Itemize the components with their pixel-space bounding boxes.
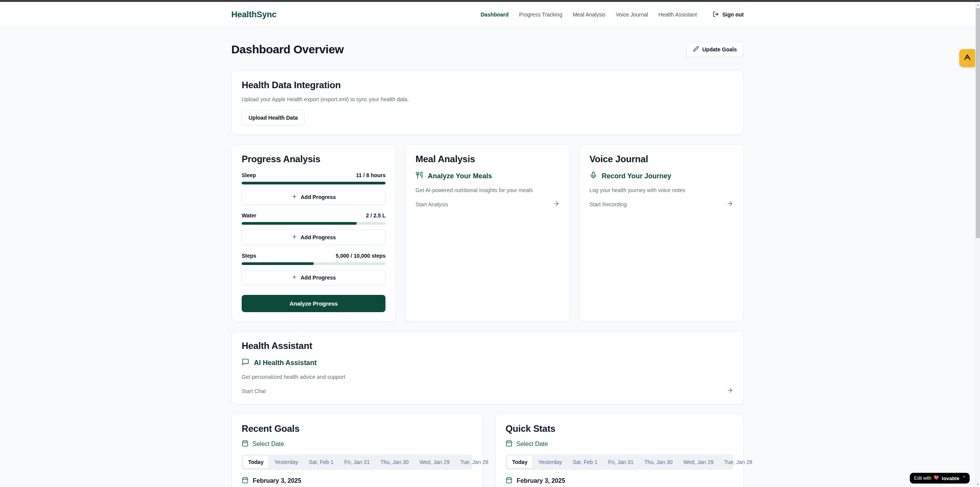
current-date-label: February 3, 2025 [253, 477, 301, 484]
date-tab-fri-jan-31[interactable]: Fri, Jan 31 [603, 456, 639, 468]
date-tab-sat-feb-1[interactable]: Sat, Feb 1 [304, 456, 339, 468]
integration-description: Upload your Apple Health export (export.… [242, 96, 733, 102]
pencil-icon [693, 46, 699, 53]
sign-out-label: Sign out [722, 12, 744, 18]
nav-item-voice-journal[interactable]: Voice Journal [616, 12, 648, 18]
sign-out-button[interactable]: Sign out [713, 11, 744, 18]
plus-icon [292, 194, 297, 201]
quick-stats-select-date[interactable]: Select Date [506, 440, 733, 448]
app-header: HealthSync Dashboard Progress Tracking M… [0, 2, 975, 27]
start-analysis-label: Start Analysis [415, 201, 448, 207]
progress-analysis-title: Progress Analysis [242, 154, 385, 165]
health-data-integration-card: Health Data Integration Upload your Appl… [231, 70, 744, 135]
lovable-side-badge[interactable] [959, 49, 975, 67]
health-assistant-title: Health Assistant [242, 341, 733, 351]
meal-feature-title: Analyze Your Meals [428, 172, 492, 180]
meal-analysis-title: Meal Analysis [415, 154, 559, 165]
sleep-progress-bar [242, 182, 385, 184]
date-tab-tue-jan-28[interactable]: Tue, Jan 28 [455, 456, 493, 468]
edit-badge-prefix: Edit with [914, 475, 931, 481]
sleep-value: 11 / 8 hours [356, 172, 385, 178]
scrollbar-thumb[interactable] [976, 8, 980, 238]
meal-analysis-card: Meal Analysis Analyze Your Meals Get AI-… [405, 144, 570, 322]
logout-icon [713, 11, 719, 18]
select-date-label: Select Date [516, 441, 548, 448]
steps-progress-bar [242, 262, 385, 265]
analyze-progress-button[interactable]: Analyze Progress [242, 295, 385, 312]
browser-top-strip [0, 0, 980, 2]
recent-goals-card: Recent Goals Select Date Today Yesterday… [231, 414, 483, 487]
progress-analysis-card: Progress Analysis Sleep 11 / 8 hours Add… [231, 144, 396, 322]
brand-logo[interactable]: HealthSync [231, 10, 277, 20]
nav-item-progress-tracking[interactable]: Progress Tracking [519, 12, 562, 18]
page-scrollbar[interactable]: ▲ ▼ [975, 2, 980, 487]
health-assistant-card: Health Assistant AI Health Assistant Get… [231, 331, 744, 405]
quick-stats-current-date: February 3, 2025 [506, 477, 733, 485]
add-progress-label: Add Progress [301, 234, 336, 240]
date-tab-wed-jan-29[interactable]: Wed, Jan 29 [679, 456, 718, 468]
current-date-label: February 3, 2025 [517, 477, 565, 484]
date-tab-tue-jan-28[interactable]: Tue, Jan 28 [719, 456, 757, 468]
meal-description: Get AI-powered nutritional insights for … [415, 187, 559, 193]
integration-title: Health Data Integration [242, 80, 733, 90]
start-recording-link[interactable]: Start Recording [590, 200, 733, 208]
calendar-icon [242, 440, 249, 448]
assistant-feature-title: AI Health Assistant [254, 359, 316, 367]
arrow-right-icon [726, 200, 733, 208]
nav-item-meal-analysis[interactable]: Meal Analysis [573, 12, 606, 18]
plus-icon [292, 274, 297, 281]
voice-description: Log your health journey with voice notes [590, 187, 733, 193]
microphone-icon [590, 171, 597, 181]
water-goal-group: Water 2 / 2.5 L Add Progress [242, 212, 385, 245]
date-tab-wed-jan-29[interactable]: Wed, Jan 29 [415, 456, 455, 468]
page-title: Dashboard Overview [231, 43, 344, 56]
water-add-progress-button[interactable]: Add Progress [242, 230, 385, 245]
assistant-description: Get personalized health advice and suppo… [242, 374, 733, 380]
plus-icon [292, 234, 297, 241]
edit-badge-brand: lovable [942, 475, 959, 481]
calendar-icon [242, 477, 249, 485]
date-tab-thu-jan-30[interactable]: Thu, Jan 30 [376, 456, 414, 468]
scrollbar-up-arrow[interactable]: ▲ [975, 2, 980, 7]
start-chat-link[interactable]: Start Chat [242, 387, 733, 395]
start-chat-label: Start Chat [242, 388, 266, 394]
quick-stats-title: Quick Stats [506, 423, 733, 434]
date-tab-fri-jan-31[interactable]: Fri, Jan 31 [339, 456, 375, 468]
steps-goal-group: Steps 5,000 / 10,000 steps Add Progress [242, 253, 385, 285]
date-tab-sat-feb-1[interactable]: Sat, Feb 1 [568, 456, 603, 468]
date-tab-yesterday[interactable]: Yesterday [269, 456, 303, 468]
scrollbar-down-arrow[interactable]: ▼ [975, 482, 980, 487]
steps-label: Steps [242, 253, 256, 259]
recent-goals-date-tabs: Today Yesterday Sat, Feb 1 Fri, Jan 31 T… [242, 454, 473, 470]
sleep-add-progress-button[interactable]: Add Progress [242, 189, 385, 205]
date-tab-today[interactable]: Today [507, 456, 532, 468]
add-progress-label: Add Progress [301, 275, 336, 281]
start-recording-label: Start Recording [590, 201, 627, 207]
nav-item-dashboard[interactable]: Dashboard [481, 12, 509, 18]
water-value: 2 / 2.5 L [366, 212, 385, 219]
start-analysis-link[interactable]: Start Analysis [415, 200, 559, 208]
close-icon[interactable]: × [963, 474, 965, 479]
water-label: Water [242, 212, 256, 219]
water-progress-bar [242, 222, 385, 225]
update-goals-button[interactable]: Update Goals [686, 42, 744, 57]
date-tab-yesterday[interactable]: Yesterday [533, 456, 567, 468]
steps-value: 5,000 / 10,000 steps [336, 253, 385, 259]
steps-add-progress-button[interactable]: Add Progress [242, 270, 385, 285]
date-tab-thu-jan-30[interactable]: Thu, Jan 30 [639, 456, 678, 468]
heart-icon [934, 475, 939, 482]
sleep-label: Sleep [242, 172, 256, 178]
recent-goals-select-date[interactable]: Select Date [242, 440, 473, 448]
date-tab-today[interactable]: Today [243, 456, 268, 468]
recent-goals-current-date: February 3, 2025 [242, 477, 473, 485]
main-nav: Dashboard Progress Tracking Meal Analysi… [481, 11, 744, 18]
update-goals-label: Update Goals [702, 46, 737, 53]
utensils-icon [415, 171, 423, 181]
sleep-goal-group: Sleep 11 / 8 hours Add Progress [242, 172, 385, 205]
quick-stats-card: Quick Stats Select Date Today Yesterday … [495, 414, 744, 487]
nav-item-health-assistant[interactable]: Health Assistant [659, 12, 697, 18]
edit-with-lovable-badge[interactable]: Edit with lovable × [910, 473, 970, 484]
voice-journal-card: Voice Journal Record Your Journey Log yo… [579, 144, 744, 322]
upload-health-data-button[interactable]: Upload Health Data [242, 110, 305, 125]
add-progress-label: Add Progress [301, 194, 336, 200]
